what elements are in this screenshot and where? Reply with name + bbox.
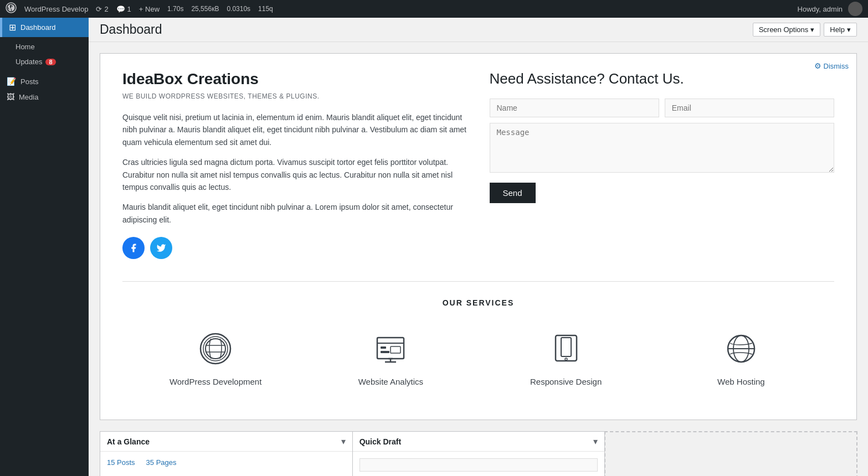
dashboard-icon: ⊞ (9, 22, 16, 33)
hero-left: IdeaBox Creations WE BUILD WORDPRESS WEB… (122, 70, 468, 259)
howdy-label: Howdy, admin (798, 5, 843, 13)
hero-paragraph-2: Cras ultricies ligula sed magna dictum p… (122, 156, 468, 193)
svg-rect-5 (381, 346, 386, 349)
at-a-glance-title: At a Glance (107, 437, 150, 446)
main-content: Dashboard Screen Options ▾ Help ▾ ⚙ Dism… (89, 18, 868, 476)
hero-paragraph-1: Quisque velit nisi, pretium ut lacinia i… (122, 111, 468, 148)
sidebar-item-dashboard[interactable]: ⊞ Dashboard (0, 18, 89, 37)
perf-stat-memory: 25,556кB (191, 5, 219, 13)
site-name[interactable]: WordPress Develop (24, 5, 88, 13)
contact-heading: Need Assistance? Contact Us. (490, 70, 835, 87)
comment-icon: 💬 (116, 5, 125, 13)
services-heading: OUR SERVICES (122, 298, 834, 307)
help-button[interactable]: Help ▾ (824, 23, 857, 37)
perf-stat-queries: 115q (258, 5, 273, 13)
send-button[interactable]: Send (490, 183, 536, 203)
dismiss-icon: ⚙ (814, 61, 821, 70)
dismiss-label: Dismiss (824, 62, 849, 70)
update-icon: ⟳ (96, 5, 102, 13)
screen-options-button[interactable]: Screen Options ▾ (753, 23, 821, 37)
social-icons (122, 237, 468, 259)
new-button[interactable]: + New (139, 5, 160, 13)
page-title: Dashboard (100, 22, 162, 37)
sidebar-item-home[interactable]: Home (9, 39, 89, 54)
ideabox-widget: ⚙ Dismiss IdeaBox Creations WE BUILD WOR… (100, 53, 857, 420)
dashed-header (605, 432, 856, 442)
hero-right: Need Assistance? Contact Us. Send (490, 70, 835, 259)
comment-icon-bar[interactable]: 💬 1 (116, 5, 131, 13)
contact-name-email-row (490, 99, 835, 117)
svg-rect-6 (381, 351, 389, 353)
at-a-glance-body: 15 Posts 35 Pages (100, 452, 352, 473)
facebook-icon[interactable] (122, 237, 145, 259)
update-count: 2 (104, 5, 108, 13)
quick-draft-body (353, 452, 605, 476)
service-wordpress: WordPress Development (133, 329, 297, 386)
twitter-icon[interactable] (150, 237, 172, 259)
posts-count[interactable]: 15 Posts (107, 458, 135, 467)
sidebar: ⊞ Dashboard Home Updates 8 📝 Posts 🖼 Med… (0, 18, 89, 476)
service-analytics: Website Analytics (309, 329, 472, 386)
contact-name-input[interactable] (490, 99, 659, 117)
quick-draft-toggle[interactable]: ▾ (593, 436, 598, 447)
home-label: Home (16, 43, 35, 51)
services-grid: WordPress Development (122, 329, 834, 397)
posts-label: Posts (20, 77, 39, 86)
comment-count: 1 (127, 5, 131, 13)
dismiss-button[interactable]: ⚙ Dismiss (814, 61, 849, 70)
sidebar-item-posts[interactable]: 📝 Posts (0, 74, 89, 89)
service-hosting: Web Hosting (659, 329, 823, 386)
service-wordpress-label: WordPress Development (170, 377, 261, 386)
hero-paragraph-3: Mauris blandit aliquet elit, eget tincid… (122, 201, 468, 226)
screen-options-label: Screen Options (759, 25, 809, 34)
contact-message-input[interactable] (490, 123, 835, 173)
service-responsive-label: Responsive Design (530, 377, 602, 386)
at-a-glance-toggle[interactable]: ▾ (341, 436, 346, 447)
sidebar-item-media[interactable]: 🖼 Media (0, 89, 89, 105)
contact-email-input[interactable] (665, 99, 834, 117)
updates-badge: 8 (45, 59, 55, 65)
quick-draft-title: Quick Draft (359, 437, 401, 446)
at-a-glance-header: At a Glance ▾ (100, 432, 352, 452)
sidebar-dashboard-label: Dashboard (20, 23, 56, 32)
svg-rect-11 (556, 335, 577, 361)
svg-point-13 (565, 358, 567, 360)
quick-draft-header: Quick Draft ▾ (353, 432, 605, 452)
services-divider (122, 281, 834, 282)
help-chevron-icon: ▾ (847, 25, 851, 34)
hero-tagline: WE BUILD WORDPRESS WEBSITES, THEMES & PL… (122, 92, 468, 100)
service-hosting-label: Web Hosting (717, 377, 765, 386)
update-icon-bar[interactable]: ⟳ 2 (96, 5, 108, 13)
at-a-glance-widget: At a Glance ▾ 15 Posts 35 Pages (100, 431, 353, 476)
wordpress-development-icon (196, 329, 235, 368)
svg-point-2 (203, 337, 228, 361)
brand-name: IdeaBox Creations (122, 70, 468, 88)
svg-rect-12 (561, 338, 571, 356)
website-analytics-icon (371, 329, 410, 368)
dashboard-content: ⚙ Dismiss IdeaBox Creations WE BUILD WOR… (89, 42, 868, 476)
dashed-body (605, 442, 856, 455)
page-header-actions: Screen Options ▾ Help ▾ (753, 23, 857, 37)
hero-section: IdeaBox Creations WE BUILD WORDPRESS WEB… (122, 70, 834, 276)
pages-count[interactable]: 35 Pages (146, 458, 177, 467)
admin-bar: WordPress Develop ⟳ 2 💬 1 + New 1.70s 25… (0, 0, 868, 18)
page-header: Dashboard Screen Options ▾ Help ▾ (89, 18, 868, 42)
responsive-design-icon (547, 329, 585, 368)
service-analytics-label: Website Analytics (358, 377, 423, 386)
svg-rect-7 (391, 346, 400, 353)
quick-draft-widget: Quick Draft ▾ (352, 431, 605, 476)
dashed-placeholder-widget (604, 431, 857, 476)
posts-icon: 📝 (7, 77, 16, 86)
media-icon: 🖼 (7, 92, 14, 101)
service-responsive: Responsive Design (484, 329, 648, 386)
help-label: Help (830, 25, 845, 34)
perf-stat-time2: 0.0310s (227, 5, 250, 13)
web-hosting-icon (722, 329, 761, 368)
screen-options-chevron-icon: ▾ (810, 25, 814, 34)
wp-logo-icon[interactable] (6, 2, 17, 16)
sidebar-item-updates[interactable]: Updates 8 (9, 54, 89, 69)
media-label: Media (19, 93, 38, 101)
updates-label: Updates (16, 58, 42, 66)
perf-stat-time1: 1.70s (167, 5, 183, 13)
admin-avatar[interactable] (848, 2, 862, 16)
